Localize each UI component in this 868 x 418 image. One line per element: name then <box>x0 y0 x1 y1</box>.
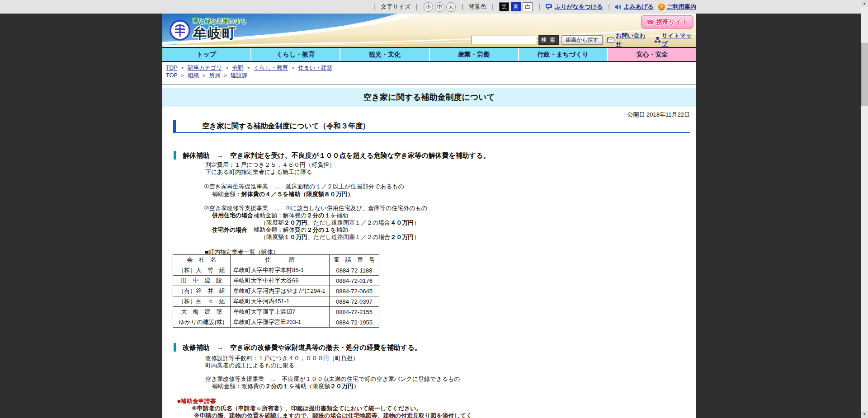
breadcrumb: TOP＞記事カテゴリ＞分野＞くらし・教育＞住まい・建築 <box>166 64 332 72</box>
case-nonresidential-line: 住宅外の場合補助金額：解体費の２分の１を補助 <box>212 226 348 233</box>
address-cell: 牟岐町大字河内451-1 <box>231 296 330 307</box>
breadcrumb-separator: ＞ <box>290 65 296 71</box>
breadcrumb-link[interactable]: TOP <box>166 65 177 71</box>
breadcrumb: TOP＞組織＞所属＞建設課 <box>166 72 247 80</box>
search-button[interactable]: 検 索 <box>538 35 559 45</box>
column-header-company: 会 社 名 <box>173 255 231 265</box>
column-header-address: 住 所 <box>231 255 330 265</box>
search-area: 検 索 組織から探す お問い合わせ サイトマップ <box>471 32 696 47</box>
case-bold: ２分の１ <box>307 226 330 233</box>
speaker-icon <box>615 4 622 10</box>
limit-bold: ２０万円 <box>390 234 414 240</box>
nav-item-kanko[interactable]: 観光・文化 <box>340 48 429 61</box>
limit-text: ） <box>414 219 420 226</box>
breadcrumb-link[interactable]: 建設課 <box>231 72 248 79</box>
separator: ｜ <box>537 3 542 11</box>
case-text: 補助金額：解体費の <box>254 226 307 233</box>
amount-bold: ２分の１ <box>265 383 288 390</box>
company-cell: 田 中 建 設 <box>173 276 231 286</box>
bg-black-button[interactable]: 黒 <box>499 2 509 11</box>
case-combined-line: 併用住宅の場合補助金額：解体費の２分の１を補助 <box>212 212 348 219</box>
table-row: 田 中 建 設 牟岐町大字中村字大谷66 0884-72-0176 <box>173 276 379 286</box>
company-cell: （株）大 竹 組 <box>173 265 231 276</box>
case-label: 併用住宅の場合 <box>212 212 254 219</box>
company-cell: （株）百 々 組 <box>173 296 231 307</box>
application-note: ※申請の際、建物の位置を確認しますので、郵送の場合は住宅地図等、建物の付近見取り… <box>194 412 472 418</box>
scroll-down-arrow[interactable]: ▼ <box>861 411 868 418</box>
demolition-section-heading: 解体補助 → 空き家判定を受け、不良度が１００点を超える危険な空き家等の解体費を… <box>174 151 490 160</box>
page-title-banner: 空き家に関する補助金制度について <box>162 88 696 107</box>
nav-item-anshin[interactable]: 安心・安全 <box>608 48 696 61</box>
address-cell: 牟岐町大字中村字本村85-1 <box>231 265 330 276</box>
renovation-note: 町内業者の施工によるものに限る <box>205 362 294 369</box>
search-input[interactable] <box>471 36 536 44</box>
limit-bold: ２０万円 <box>284 219 307 226</box>
font-size-large-button[interactable]: 大 <box>446 2 456 12</box>
furigana-link[interactable]: ふりがなをつける <box>546 3 603 11</box>
scroll-up-arrow[interactable]: ▲ <box>861 0 868 7</box>
scrollbar-thumb[interactable] <box>861 43 868 106</box>
site-header: 夢と緑と黒潮のまち 牟岐町 ☎ 携帯サイト 検 索 組織から探す お問い合わせ … <box>162 14 696 47</box>
address-cell: 牟岐町大字灘字上浜辺7 <box>231 307 330 317</box>
sitemap-icon <box>655 37 660 42</box>
table-row: 大 梅 建 築 牟岐町大字灘字上浜辺7 0884-72-2155 <box>173 307 379 317</box>
table-row: ゆかりの建設(株) 牟岐町大字灘字宮田203-1 0884-72-1955 <box>173 317 379 328</box>
amount-text: を補助（限度額 <box>289 383 330 390</box>
breadcrumb-separator: ＞ <box>201 72 207 79</box>
column-header-phone: 電 話 番 号 <box>330 255 379 265</box>
contact-link[interactable]: お問い合わせ <box>607 32 650 47</box>
font-size-medium-button[interactable]: 中 <box>435 2 444 12</box>
breadcrumb-link[interactable]: くらし・教育 <box>254 65 288 71</box>
nav-item-kurashi[interactable]: くらし・教育 <box>251 48 340 61</box>
amount-text: ） <box>354 383 359 390</box>
breadcrumb-link[interactable]: 住まい・建築 <box>298 65 333 71</box>
site-guide-label: ご利用案内 <box>667 3 696 11</box>
nav-item-top[interactable]: トップ <box>162 48 251 61</box>
limit-text: 、ただし道路閉塞１／２の場合 <box>307 219 390 226</box>
breadcrumb-link[interactable]: 所属 <box>209 72 220 79</box>
org-search-button[interactable]: 組織から探す <box>561 35 603 45</box>
town-logo[interactable]: 夢と緑と黒潮のまち 牟岐町 <box>170 17 247 43</box>
envelope-icon <box>607 38 614 42</box>
limit-text: （限度額 <box>260 219 284 226</box>
site-guide-link[interactable]: ? ご利用案内 <box>658 3 696 11</box>
read-aloud-link[interactable]: よみあげる <box>615 3 654 11</box>
breadcrumb-separator: ＞ <box>224 65 230 71</box>
phone-cell: 0884-72-0397 <box>330 296 379 307</box>
phone-cell: 0884-72-2155 <box>330 307 379 317</box>
contractor-table: 会 社 名 住 所 電 話 番 号 （株）大 竹 組 牟岐町大字中村字本村85-… <box>173 254 379 328</box>
phone-cell: 0884-72-0645 <box>330 286 379 296</box>
breadcrumb-link[interactable]: TOP <box>166 72 177 79</box>
contact-label: お問い合わせ <box>616 32 650 47</box>
renovation-note: 改修設計等手数料：１戸につき４０，０００円（町負担） <box>205 355 359 362</box>
program2-line: ②空き家改修等支援事業 … ①に該当しない併用住宅及び、倉庫等の住宅外のもの <box>204 205 427 211</box>
sitemap-link[interactable]: サイトマップ <box>655 32 696 47</box>
global-navigation: トップ くらし・教育 観光・文化 産業・労働 行政・まちづくり 安心・安全 <box>162 47 696 62</box>
limit-bold: ４０万円 <box>390 219 414 226</box>
breadcrumb-link[interactable]: 組織 <box>188 72 199 79</box>
company-cell: 大 梅 建 築 <box>173 307 231 317</box>
demolition-note: 判定費用：１戸につき２５，４６０円（町負担） <box>205 161 335 168</box>
breadcrumb-link[interactable]: 記事カテゴリ <box>188 65 222 71</box>
breadcrumb-separator: ＞ <box>179 72 185 79</box>
phone-cell: 0884-72-1955 <box>330 317 379 328</box>
mobile-site-label: 携帯サイト <box>656 18 688 26</box>
nav-item-sangyo[interactable]: 産業・労働 <box>430 48 519 61</box>
address-cell: 牟岐町大字灘字宮田203-1 <box>231 317 330 328</box>
accessibility-toolbar: ｜ 文字サイズ ｜ 小 中 大 ｜ 背景色 ｜ 黒 青 白 ｜ ふりがなをつける… <box>0 0 868 14</box>
separator: ｜ <box>490 3 495 11</box>
nav-item-gyosei[interactable]: 行政・まちづくり <box>519 48 608 61</box>
mobile-site-button[interactable]: ☎ 携帯サイト <box>641 15 693 29</box>
renovation-program-line: 空き家改修等支援事業 … 不良度が１００点未満の住宅で町の空き家バンクに登録でき… <box>205 376 460 382</box>
amount-label: 補助金額： <box>212 191 241 197</box>
bg-white-button[interactable]: 白 <box>523 2 533 11</box>
renovation-amount-line: 補助金額：改修費の２分の１を補助（限度額２０万円） <box>212 383 359 390</box>
breadcrumb-link[interactable]: 分野 <box>232 65 244 71</box>
case-bold: ２分の１ <box>307 212 330 219</box>
case-limit-line: （限度額１０万円、ただし道路閉塞１／２の場合２０万円） <box>260 234 420 240</box>
bg-blue-button[interactable]: 青 <box>511 2 521 11</box>
amount-bold: ２０万円 <box>330 383 354 390</box>
vertical-scrollbar[interactable]: ▲ ▼ <box>861 0 868 418</box>
breadcrumb-separator: ＞ <box>179 65 185 71</box>
font-size-small-button[interactable]: 小 <box>424 2 433 12</box>
